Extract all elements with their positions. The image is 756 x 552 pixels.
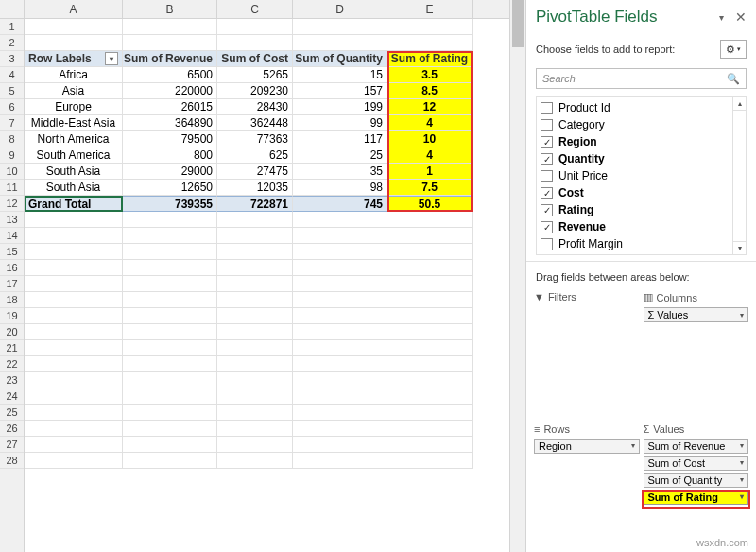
field-checkbox[interactable]: [541, 221, 553, 233]
scroll-down-icon[interactable]: ▾: [733, 241, 746, 254]
field-checkbox[interactable]: [541, 204, 553, 216]
col-header-C[interactable]: C: [217, 0, 293, 18]
cell[interactable]: [293, 405, 387, 421]
cell[interactable]: [387, 276, 472, 292]
cell[interactable]: [123, 228, 217, 244]
pivot-qty-cell[interactable]: 98: [293, 180, 387, 196]
row-header[interactable]: 5: [0, 83, 24, 99]
pivot-rating-cell[interactable]: 3.5: [387, 67, 472, 83]
rows-tag-region[interactable]: Region▾: [534, 439, 640, 454]
cell[interactable]: [123, 19, 217, 35]
select-all-corner[interactable]: [0, 0, 25, 18]
cell[interactable]: [217, 372, 293, 388]
cell[interactable]: [25, 453, 123, 469]
row-header[interactable]: 12: [0, 196, 24, 212]
field-checkbox[interactable]: [541, 187, 553, 199]
pivot-row-label[interactable]: South Asia: [25, 180, 123, 196]
pane-menu-arrow-icon[interactable]: ▾: [719, 12, 724, 23]
pivot-rating-cell[interactable]: 7.5: [387, 180, 472, 196]
pivot-cost-cell[interactable]: 27475: [217, 164, 293, 180]
values-tag[interactable]: Sum of Cost▾: [644, 456, 749, 471]
cell[interactable]: [25, 276, 123, 292]
pivot-rating-cell[interactable]: 12: [387, 99, 472, 115]
pivot-cost-cell[interactable]: 362448: [217, 115, 293, 131]
pivot-qty-cell[interactable]: 157: [293, 83, 387, 99]
cell[interactable]: [217, 340, 293, 356]
cell[interactable]: [123, 356, 217, 372]
pivot-rating-cell[interactable]: 1: [387, 164, 472, 180]
pivot-row-label[interactable]: Africa: [25, 67, 123, 83]
row-header[interactable]: 8: [0, 131, 24, 147]
cell[interactable]: [217, 19, 293, 35]
col-header-B[interactable]: B: [123, 0, 217, 18]
vertical-scrollbar[interactable]: [509, 0, 525, 552]
cell[interactable]: [25, 372, 123, 388]
pivot-qty-cell[interactable]: 199: [293, 99, 387, 115]
grand-total-label[interactable]: Grand Total: [25, 196, 123, 212]
row-header[interactable]: 18: [0, 292, 24, 308]
cell[interactable]: [123, 405, 217, 421]
row-header[interactable]: 9: [0, 147, 24, 164]
cell[interactable]: [387, 308, 472, 324]
field-checkbox[interactable]: [541, 153, 553, 165]
cell[interactable]: [217, 388, 293, 405]
cell[interactable]: [25, 19, 123, 35]
cell[interactable]: [123, 388, 217, 405]
cell[interactable]: [123, 453, 217, 469]
field-item[interactable]: Revenue: [537, 218, 746, 235]
row-header[interactable]: 15: [0, 244, 24, 260]
cell[interactable]: [25, 308, 123, 324]
field-checkbox[interactable]: [541, 119, 553, 131]
field-list-scrollbar[interactable]: ▴ ▾: [732, 97, 746, 254]
filters-area[interactable]: ▼Filters: [534, 288, 640, 417]
field-item[interactable]: Region: [537, 133, 746, 150]
cell[interactable]: [293, 228, 387, 244]
cell[interactable]: [293, 292, 387, 308]
cell[interactable]: [293, 372, 387, 388]
cell[interactable]: [293, 19, 387, 35]
pivot-qty-header[interactable]: Sum of Quantity: [293, 51, 387, 67]
cell[interactable]: [293, 437, 387, 453]
cell[interactable]: [217, 324, 293, 340]
field-item[interactable]: Profit Margin: [537, 235, 746, 252]
pivot-qty-cell[interactable]: 15: [293, 67, 387, 83]
field-item[interactable]: Quantity: [537, 150, 746, 167]
pivot-qty-cell[interactable]: 99: [293, 115, 387, 131]
cell[interactable]: [25, 356, 123, 372]
search-input[interactable]: Search 🔍: [536, 68, 747, 89]
cell[interactable]: [217, 356, 293, 372]
cell[interactable]: [25, 212, 123, 228]
cell[interactable]: [387, 292, 472, 308]
row-header[interactable]: 1: [0, 19, 24, 35]
cell[interactable]: [387, 405, 472, 421]
cell[interactable]: [217, 437, 293, 453]
pivot-cost-cell[interactable]: 12035: [217, 180, 293, 196]
cell[interactable]: [25, 340, 123, 356]
cell[interactable]: [123, 292, 217, 308]
cell[interactable]: [387, 244, 472, 260]
cell[interactable]: [387, 260, 472, 276]
cell[interactable]: [293, 340, 387, 356]
field-item[interactable]: Unit Price: [537, 167, 746, 184]
cell[interactable]: [123, 372, 217, 388]
gear-button[interactable]: ⚙▾: [720, 40, 747, 59]
field-checkbox[interactable]: [541, 102, 553, 114]
row-header[interactable]: 11: [0, 180, 24, 196]
cell[interactable]: [387, 228, 472, 244]
pivot-rev-cell[interactable]: 220000: [123, 83, 217, 99]
cell[interactable]: [387, 35, 472, 51]
field-item[interactable]: Rating: [537, 201, 746, 218]
pivot-cost-cell[interactable]: 625: [217, 147, 293, 164]
field-item[interactable]: Category: [537, 116, 746, 133]
cell[interactable]: [293, 356, 387, 372]
pivot-row-label[interactable]: Middle-East Asia: [25, 115, 123, 131]
col-header-A[interactable]: A: [25, 0, 123, 18]
pivot-row-label[interactable]: South Asia: [25, 164, 123, 180]
gt-cost[interactable]: 722871: [217, 196, 293, 212]
columns-tag-values[interactable]: Σ Values▾: [644, 307, 749, 322]
pivot-cost-cell[interactable]: 77363: [217, 131, 293, 147]
cell[interactable]: [293, 388, 387, 405]
pivot-rating-cell[interactable]: 10: [387, 131, 472, 147]
pivot-rowlabels-header[interactable]: Row Labels▾: [25, 51, 123, 67]
row-header[interactable]: 20: [0, 324, 24, 340]
